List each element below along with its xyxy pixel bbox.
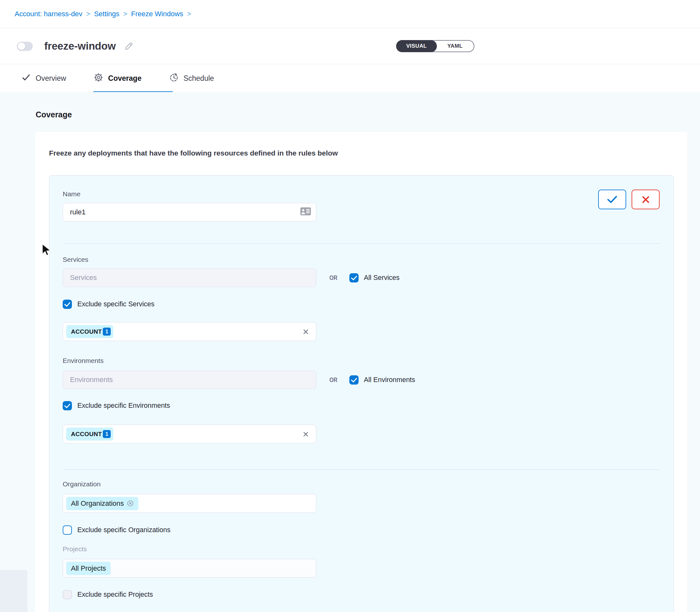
visual-yaml-toggle: VISUAL YAML (396, 40, 475, 52)
exclude-environments-checkbox[interactable] (63, 401, 72, 410)
all-services-checkbox[interactable] (349, 273, 359, 282)
rule-card: Name Services (49, 175, 674, 612)
breadcrumb-separator: > (187, 10, 191, 18)
exclude-environments-label: Exclude specific Environments (77, 402, 170, 410)
exclude-projects-checkbox[interactable] (63, 590, 72, 599)
exclude-services-label: Exclude specific Services (77, 300, 155, 308)
tab-label: Coverage (108, 74, 141, 83)
check-icon (21, 72, 31, 84)
tab-label: Schedule (183, 74, 214, 83)
rule-name-input[interactable] (63, 203, 316, 221)
projects-label: Projects (63, 545, 660, 553)
tag-count-badge: 1 (103, 328, 111, 336)
all-services-label: All Services (364, 274, 400, 282)
breadcrumb-link-account[interactable]: Account: harness-dev (15, 10, 82, 18)
projects-input[interactable]: All Projects (63, 559, 316, 578)
all-organizations-tag[interactable]: All Organizations (66, 497, 138, 510)
tab-bar: Overview Coverage Schedule (0, 64, 700, 93)
tag-label: All Projects (71, 564, 106, 573)
excluded-services-input[interactable]: ACCOUNT 1 (63, 322, 316, 341)
title-bar: freeze-window VISUAL YAML (0, 28, 700, 64)
exclude-projects-label: Exclude specific Projects (77, 591, 153, 599)
tab-schedule[interactable]: Schedule (169, 72, 214, 84)
all-environments-checkbox[interactable] (349, 375, 359, 385)
clear-icon[interactable] (302, 430, 310, 439)
breadcrumb-link-freeze-windows[interactable]: Freeze Windows (131, 10, 183, 18)
organization-label: Organization (63, 480, 660, 488)
page-title: freeze-window (44, 40, 116, 52)
excluded-environments-input[interactable]: ACCOUNT 1 (63, 425, 316, 443)
exclude-organizations-label: Exclude specific Organizations (77, 526, 170, 534)
tab-coverage[interactable]: Coverage (94, 72, 141, 84)
all-environments-label: All Environments (364, 376, 415, 384)
tag-scope: ACCOUNT (71, 328, 102, 335)
coverage-card: Freeze any deployments that have the fol… (35, 132, 687, 612)
coverage-page: Coverage Freeze any deployments that hav… (0, 92, 700, 612)
breadcrumb-separator: > (86, 10, 91, 18)
section-title: Coverage (36, 110, 72, 119)
exclude-services-row: Exclude specific Services (63, 300, 660, 309)
yaml-mode-button[interactable]: YAML (436, 41, 474, 52)
toggle-knob (18, 43, 25, 50)
exclude-organizations-row: Exclude specific Organizations (63, 526, 660, 535)
tab-overview[interactable]: Overview (21, 72, 66, 84)
environments-row: OR All Environments (63, 371, 660, 389)
tag-label: All Organizations (71, 499, 124, 508)
breadcrumb-separator: > (123, 10, 127, 18)
all-projects-tag: All Projects (66, 562, 111, 575)
or-label: OR (329, 274, 337, 281)
delete-rule-button[interactable] (632, 190, 660, 209)
visual-mode-button[interactable]: VISUAL (396, 40, 437, 52)
breadcrumb: Account: harness-dev > Settings > Freeze… (0, 0, 700, 28)
organization-input[interactable]: All Organizations (63, 494, 316, 513)
excluded-services-tag[interactable]: ACCOUNT 1 (66, 325, 113, 338)
environments-label: Environments (63, 357, 660, 364)
excluded-environments-tag[interactable]: ACCOUNT 1 (66, 428, 113, 441)
environments-input[interactable] (63, 371, 316, 389)
exclude-environments-row: Exclude specific Environments (63, 401, 660, 410)
clear-icon[interactable] (302, 328, 310, 337)
gear-icon (94, 72, 104, 84)
instruction-text: Freeze any deployments that have the fol… (49, 149, 338, 157)
tab-label: Overview (36, 74, 66, 83)
exclude-organizations-checkbox[interactable] (63, 526, 72, 535)
apply-rule-button[interactable] (598, 190, 626, 209)
services-row: OR All Services (63, 268, 660, 287)
services-input[interactable] (63, 268, 316, 287)
left-gutter-shadow (0, 570, 27, 612)
name-input-wrap (63, 203, 316, 221)
or-label: OR (329, 376, 337, 384)
schedule-icon (169, 72, 179, 84)
tag-scope: ACCOUNT (71, 431, 102, 438)
freeze-enabled-toggle[interactable] (17, 42, 33, 51)
tag-count-badge: 1 (103, 430, 111, 438)
remove-tag-icon[interactable] (127, 500, 134, 507)
exclude-services-checkbox[interactable] (63, 300, 72, 309)
edit-pencil-icon[interactable] (124, 41, 134, 51)
services-label: Services (63, 256, 660, 263)
divider (63, 470, 660, 470)
rule-actions (598, 190, 660, 209)
name-label: Name (63, 190, 660, 198)
id-card-icon (300, 207, 311, 217)
breadcrumb-link-settings[interactable]: Settings (94, 10, 120, 18)
exclude-projects-row: Exclude specific Projects (63, 590, 660, 599)
